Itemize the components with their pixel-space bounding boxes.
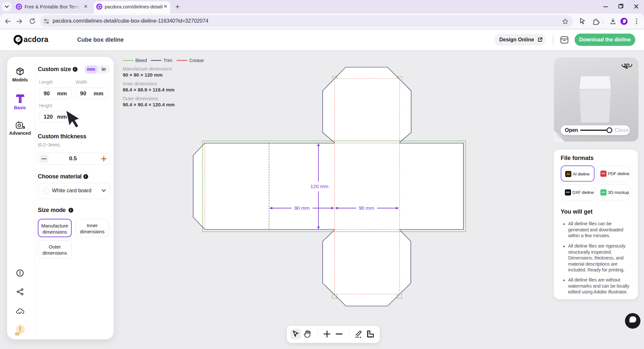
svg-text:90 mm: 90 mm xyxy=(294,205,309,211)
svg-text:PRO: PRO xyxy=(16,333,20,335)
svg-text:acdora: acdora xyxy=(24,35,48,44)
svg-text:i: i xyxy=(85,175,86,178)
svg-text:i: i xyxy=(74,68,75,71)
svg-text:120 mm: 120 mm xyxy=(310,184,328,189)
svg-text:90 mm: 90 mm xyxy=(359,205,374,211)
svg-text:i: i xyxy=(70,208,71,212)
